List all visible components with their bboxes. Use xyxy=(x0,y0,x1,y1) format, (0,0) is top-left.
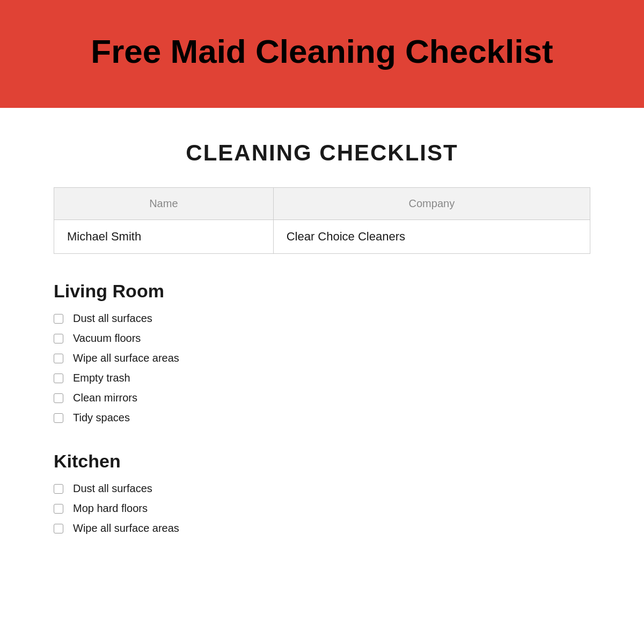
header-title: Free Maid Cleaning Checklist xyxy=(43,32,601,70)
checkbox[interactable] xyxy=(54,354,63,363)
item-label: Mop hard floors xyxy=(73,502,148,515)
kitchen-list: Dust all surfaces Mop hard floors Wipe a… xyxy=(54,482,590,535)
list-item: Empty trash xyxy=(54,372,590,384)
item-label: Vacuum floors xyxy=(73,332,141,345)
list-item: Vacuum floors xyxy=(54,332,590,345)
checklist-section-title: CLEANING CHECKLIST xyxy=(54,140,590,166)
living-room-list: Dust all surfaces Vacuum floors Wipe all… xyxy=(54,312,590,424)
item-label: Tidy spaces xyxy=(73,412,130,424)
list-item: Mop hard floors xyxy=(54,502,590,515)
item-label: Wipe all surface areas xyxy=(73,352,179,364)
main-content: CLEANING CHECKLIST Name Company Michael … xyxy=(0,108,644,594)
item-label: Clean mirrors xyxy=(73,392,137,404)
list-item: Dust all surfaces xyxy=(54,312,590,325)
checkbox[interactable] xyxy=(54,504,63,514)
col-company-header: Company xyxy=(273,188,590,220)
info-table: Name Company Michael Smith Clear Choice … xyxy=(54,187,590,254)
table-row: Michael Smith Clear Choice Cleaners xyxy=(54,220,590,254)
company-cell: Clear Choice Cleaners xyxy=(273,220,590,254)
list-item: Tidy spaces xyxy=(54,412,590,424)
list-item: Wipe all surface areas xyxy=(54,522,590,535)
item-label: Wipe all surface areas xyxy=(73,522,179,535)
checkbox[interactable] xyxy=(54,334,63,343)
checkbox[interactable] xyxy=(54,393,63,403)
item-label: Empty trash xyxy=(73,372,130,384)
col-name-header: Name xyxy=(54,188,274,220)
checkbox[interactable] xyxy=(54,413,63,423)
item-label: Dust all surfaces xyxy=(73,482,152,495)
checkbox[interactable] xyxy=(54,524,63,533)
list-item: Dust all surfaces xyxy=(54,482,590,495)
item-label: Dust all surfaces xyxy=(73,312,152,325)
list-item: Wipe all surface areas xyxy=(54,352,590,364)
checkbox[interactable] xyxy=(54,484,63,494)
name-cell: Michael Smith xyxy=(54,220,274,254)
checkbox[interactable] xyxy=(54,374,63,383)
kitchen-heading: Kitchen xyxy=(54,451,590,472)
page-header: Free Maid Cleaning Checklist xyxy=(0,0,644,108)
section-living-room: Living Room Dust all surfaces Vacuum flo… xyxy=(54,281,590,424)
living-room-heading: Living Room xyxy=(54,281,590,302)
checkbox[interactable] xyxy=(54,314,63,324)
list-item: Clean mirrors xyxy=(54,392,590,404)
section-kitchen: Kitchen Dust all surfaces Mop hard floor… xyxy=(54,451,590,535)
